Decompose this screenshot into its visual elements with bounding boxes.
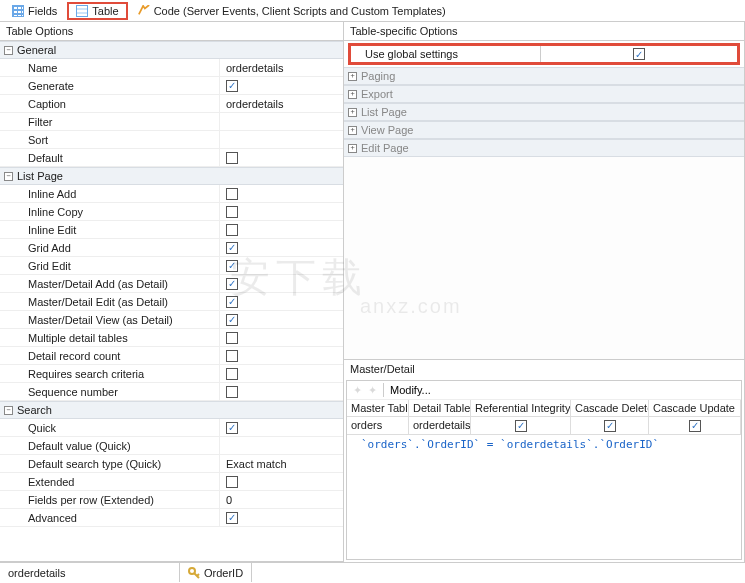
property-row[interactable]: Inline Copy [0, 203, 343, 221]
group-export[interactable]: +Export [344, 85, 744, 103]
checkbox[interactable]: ✓ [226, 242, 238, 254]
property-value[interactable]: ✓ [220, 512, 343, 524]
property-row[interactable]: Default [0, 149, 343, 167]
use-global-settings-row[interactable]: Use global settings ✓ [348, 43, 740, 65]
property-row[interactable]: Advanced✓ [0, 509, 343, 527]
modify-button[interactable]: Modify... [390, 384, 431, 396]
master-detail-title: Master/Detail [344, 360, 744, 378]
checkbox[interactable] [226, 206, 238, 218]
tab-fields[interactable]: Fields [4, 3, 65, 19]
property-row[interactable]: Captionorderdetails [0, 95, 343, 113]
checkbox[interactable] [226, 386, 238, 398]
add-icon: ✦ [353, 384, 362, 397]
property-row[interactable]: Requires search criteria [0, 365, 343, 383]
property-row[interactable]: Extended [0, 473, 343, 491]
checkbox[interactable]: ✓ [226, 296, 238, 308]
checkbox[interactable]: ✓ [226, 278, 238, 290]
property-label: Default value (Quick) [0, 437, 220, 454]
property-row[interactable]: Grid Add✓ [0, 239, 343, 257]
property-row[interactable]: Generate✓ [0, 77, 343, 95]
group-list[interactable]: +List Page [344, 103, 744, 121]
property-value[interactable]: 0 [220, 494, 343, 506]
property-value[interactable]: ✓ [220, 242, 343, 254]
property-value[interactable] [220, 152, 343, 164]
property-row[interactable]: Filter [0, 113, 343, 131]
property-label: Caption [0, 95, 220, 112]
status-bar: orderdetails OrderID [0, 562, 745, 582]
group-edit[interactable]: +Edit Page [344, 139, 744, 157]
checkbox[interactable] [226, 224, 238, 236]
checkbox[interactable] [226, 188, 238, 200]
cu-checkbox[interactable]: ✓ [689, 420, 701, 432]
property-label: Master/Detail Edit (as Detail) [0, 293, 220, 310]
master-detail-panel: Master/Detail ✦ ✦ Modify... Master Table… [344, 359, 744, 562]
status-table: orderdetails [0, 563, 180, 582]
property-value[interactable] [220, 350, 343, 362]
property-row[interactable]: Fields per row (Extended)0 [0, 491, 343, 509]
property-row[interactable]: Grid Edit✓ [0, 257, 343, 275]
property-row[interactable]: Nameorderdetails [0, 59, 343, 77]
property-value[interactable] [220, 368, 343, 380]
property-value[interactable]: ✓ [220, 80, 343, 92]
ri-checkbox[interactable]: ✓ [515, 420, 527, 432]
property-row[interactable]: Master/Detail Edit (as Detail)✓ [0, 293, 343, 311]
checkbox[interactable]: ✓ [226, 80, 238, 92]
checkbox[interactable] [226, 350, 238, 362]
checkbox[interactable]: ✓ [226, 314, 238, 326]
group-search[interactable]: −Search [0, 401, 343, 419]
property-value[interactable]: orderdetails [220, 62, 343, 74]
property-row[interactable]: Master/Detail View (as Detail)✓ [0, 311, 343, 329]
group-paging[interactable]: +Paging [344, 67, 744, 85]
checkbox[interactable]: ✓ [226, 422, 238, 434]
property-value[interactable]: ✓ [220, 278, 343, 290]
property-label: Sort [0, 131, 220, 148]
property-row[interactable]: Default value (Quick) [0, 437, 343, 455]
property-label: Master/Detail View (as Detail) [0, 311, 220, 328]
group-general[interactable]: −General [0, 41, 343, 59]
plus-icon: + [348, 126, 357, 135]
property-row[interactable]: Inline Edit [0, 221, 343, 239]
property-label: Master/Detail Add (as Detail) [0, 275, 220, 292]
property-value[interactable]: orderdetails [220, 98, 343, 110]
property-row[interactable]: Sort [0, 131, 343, 149]
property-value[interactable]: ✓ [220, 314, 343, 326]
property-value[interactable] [220, 188, 343, 200]
property-row[interactable]: Master/Detail Add (as Detail)✓ [0, 275, 343, 293]
property-value[interactable]: ✓ [220, 296, 343, 308]
checkbox[interactable] [226, 368, 238, 380]
minus-icon: − [4, 406, 13, 415]
property-label: Extended [0, 473, 220, 490]
md-grid-row[interactable]: orders orderdetails ✓ ✓ ✓ [347, 417, 741, 435]
checkbox[interactable] [226, 476, 238, 488]
tab-code[interactable]: Code (Server Events, Client Scripts and … [130, 3, 454, 19]
property-row[interactable]: Multiple detail tables [0, 329, 343, 347]
property-value[interactable]: ✓ [220, 422, 343, 434]
checkbox[interactable] [226, 152, 238, 164]
property-row[interactable]: Quick✓ [0, 419, 343, 437]
property-value[interactable] [220, 332, 343, 344]
group-view[interactable]: +View Page [344, 121, 744, 139]
table-icon [76, 5, 88, 17]
table-specific-panel: Table-specific Options Use global settin… [344, 22, 745, 562]
property-value[interactable] [220, 206, 343, 218]
property-row[interactable]: Default search type (Quick)Exact match [0, 455, 343, 473]
cd-checkbox[interactable]: ✓ [604, 420, 616, 432]
property-value[interactable]: ✓ [220, 260, 343, 272]
tab-fields-label: Fields [28, 5, 57, 17]
property-value[interactable] [220, 386, 343, 398]
checkbox[interactable]: ✓ [226, 260, 238, 272]
table-options-scroll[interactable]: −GeneralNameorderdetailsGenerate✓Caption… [0, 41, 343, 562]
property-row[interactable]: Inline Add [0, 185, 343, 203]
property-label: Multiple detail tables [0, 329, 220, 346]
property-row[interactable]: Detail record count [0, 347, 343, 365]
checkbox[interactable]: ✓ [226, 512, 238, 524]
property-value[interactable]: Exact match [220, 458, 343, 470]
table-options-panel: Table Options −GeneralNameorderdetailsGe… [0, 22, 344, 562]
property-value[interactable] [220, 224, 343, 236]
checkbox[interactable] [226, 332, 238, 344]
property-value[interactable] [220, 476, 343, 488]
tab-table[interactable]: Table [67, 2, 127, 20]
property-row[interactable]: Sequence number [0, 383, 343, 401]
use-global-checkbox[interactable]: ✓ [633, 48, 645, 60]
group-listpage[interactable]: −List Page [0, 167, 343, 185]
